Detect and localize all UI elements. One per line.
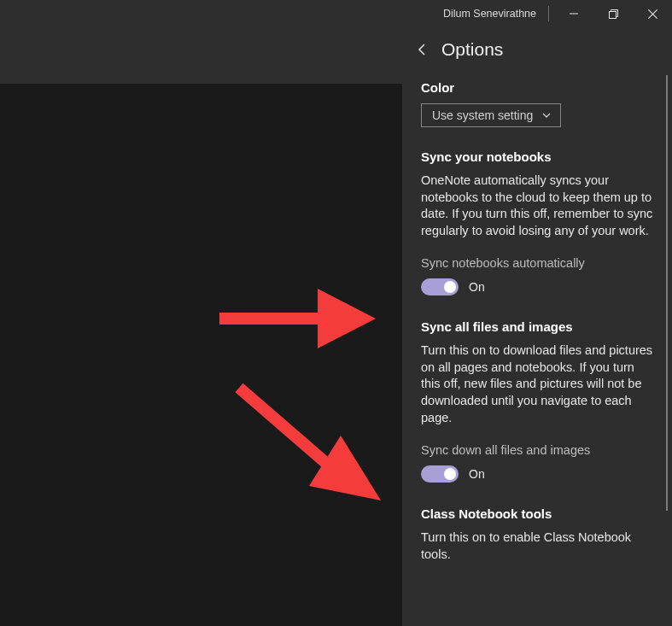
close-icon	[648, 9, 657, 19]
sync-notebooks-toggle-state: On	[469, 280, 485, 294]
close-button[interactable]	[633, 0, 672, 27]
sync-notebooks-toggle-label: Sync notebooks automatically	[421, 256, 653, 270]
titlebar-divider	[548, 6, 549, 21]
class-notebook-body: Turn this on to enable Class Notebook to…	[421, 529, 653, 563]
window-titlebar: Dilum Senevirathne	[0, 0, 672, 27]
sync-files-toggle[interactable]	[421, 465, 459, 483]
sync-files-body: Turn this on to download files and pictu…	[421, 342, 653, 426]
toggle-knob	[444, 281, 456, 293]
panel-scroll-area[interactable]: Color Use system setting Sync your noteb…	[402, 73, 672, 623]
maximize-icon	[609, 9, 618, 19]
sync-notebooks-body: OneNote automatically syncs your noteboo…	[421, 173, 653, 239]
svg-rect-0	[609, 11, 616, 18]
color-dropdown[interactable]: Use system setting	[421, 103, 561, 127]
back-button[interactable]	[416, 43, 429, 56]
sync-notebooks-heading: Sync your notebooks	[421, 149, 653, 164]
class-notebook-heading: Class Notebook tools	[421, 506, 653, 521]
user-name-label: Dilum Senevirathne	[443, 8, 536, 20]
sync-notebooks-toggle[interactable]	[421, 278, 459, 295]
minimize-button[interactable]	[554, 0, 593, 27]
scrollbar-thumb[interactable]	[666, 75, 668, 511]
sync-files-toggle-label: Sync down all files and images	[421, 443, 653, 457]
minimize-icon	[570, 9, 578, 18]
sync-notebooks-toggle-row: On	[421, 278, 653, 295]
chevron-down-icon	[541, 110, 552, 120]
sync-files-toggle-row: On	[421, 465, 653, 483]
options-panel: Options Color Use system setting Sync yo…	[402, 27, 672, 626]
panel-title: Options	[441, 39, 503, 60]
color-dropdown-value: Use system setting	[432, 108, 533, 122]
toggle-knob	[444, 468, 456, 480]
panel-header: Options	[402, 27, 672, 73]
sync-files-heading: Sync all files and images	[421, 319, 653, 334]
maximize-button[interactable]	[593, 0, 633, 27]
color-heading: Color	[421, 80, 653, 95]
chevron-left-icon	[416, 43, 429, 56]
sync-files-toggle-state: On	[469, 467, 485, 481]
